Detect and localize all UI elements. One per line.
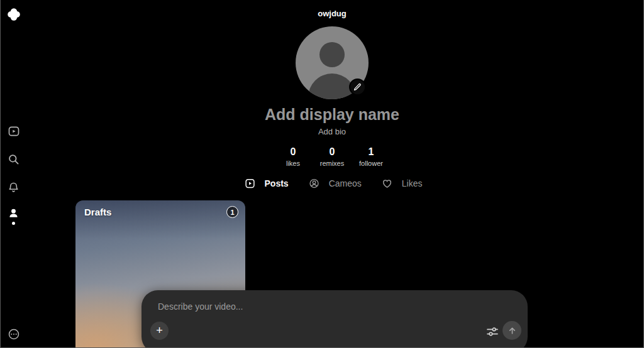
stat-likes-label: likes xyxy=(286,160,300,167)
prompt-input[interactable] xyxy=(158,302,422,312)
sidebar-item-profile[interactable] xyxy=(7,207,20,220)
add-display-name[interactable]: Add display name xyxy=(265,106,399,124)
add-attachment-button[interactable]: + xyxy=(150,322,169,340)
tab-posts[interactable]: Posts xyxy=(245,178,289,189)
sidebar-item-search[interactable] xyxy=(7,153,20,166)
tab-likes[interactable]: Likes xyxy=(382,178,423,189)
profile-username: owjdug xyxy=(318,9,347,18)
profile-stats: 0 likes 0 remixes 1 follower xyxy=(280,146,384,167)
stat-follower-value: 1 xyxy=(369,146,374,158)
stat-follower-label: follower xyxy=(359,160,383,167)
edit-avatar-button[interactable] xyxy=(349,79,366,95)
profile-page: owjdug xyxy=(0,0,644,348)
sidebar-item-notifications[interactable] xyxy=(7,181,20,194)
video-settings-button[interactable] xyxy=(486,325,499,338)
stat-likes-value: 0 xyxy=(291,146,296,158)
tab-likes-label: Likes xyxy=(402,178,423,188)
drafts-count-badge: 1 xyxy=(226,206,238,218)
tab-posts-label: Posts xyxy=(265,178,289,188)
stat-remixes-label: remixes xyxy=(320,160,345,167)
video-prompt-composer: + xyxy=(142,290,528,348)
submit-prompt-button[interactable] xyxy=(502,321,521,340)
drafts-card-title: Drafts xyxy=(84,207,111,217)
sidebar-item-explore[interactable] xyxy=(7,124,20,138)
profile-tabs: Posts Cameos Likes xyxy=(245,178,423,189)
stat-remixes-value: 0 xyxy=(330,146,335,158)
tab-cameos[interactable]: Cameos xyxy=(309,178,362,189)
stat-likes: 0 likes xyxy=(280,146,306,167)
sidebar-active-indicator-dot xyxy=(12,222,15,225)
sidebar-item-more[interactable] xyxy=(7,327,20,340)
app-logo-cloud-icon[interactable] xyxy=(6,7,21,22)
stat-follower: 1 follower xyxy=(358,146,384,167)
tab-cameos-label: Cameos xyxy=(329,178,362,188)
add-bio[interactable]: Add bio xyxy=(318,127,346,136)
stat-remixes: 0 remixes xyxy=(319,146,345,167)
